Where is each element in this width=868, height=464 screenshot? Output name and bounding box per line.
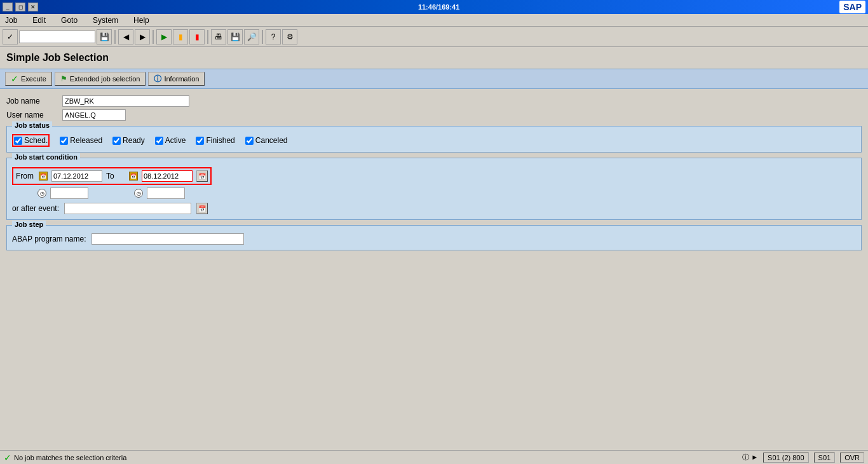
execute-icon: ✓ <box>11 74 18 84</box>
separator-1 <box>114 30 116 44</box>
from-time-input[interactable] <box>50 188 88 199</box>
released-label: Released <box>70 136 102 145</box>
to-cal-icon[interactable]: 📅 <box>129 172 138 181</box>
information-btn[interactable]: ⓘ Information <box>148 72 205 86</box>
page-title-bar: Simple Job Selection <box>0 47 868 69</box>
sched-label: Sched. <box>24 136 48 145</box>
cancel-btn[interactable]: ▮ <box>189 29 205 44</box>
menu-system[interactable]: System <box>90 15 121 26</box>
to-date-input[interactable] <box>142 170 193 182</box>
main-content: Job name User name Job status Sched. Rel… <box>0 89 868 262</box>
from-cal-icon[interactable]: 📅 <box>39 172 48 181</box>
extended-btn-label: Extended job selection <box>70 75 140 83</box>
execute-btn-label: Execute <box>21 75 46 83</box>
abap-row: ABAP program name: <box>12 233 856 245</box>
from-clock-icon: ◷ <box>37 189 46 198</box>
job-name-row: Job name <box>6 95 862 107</box>
menu-bar: Job Edit Goto System Help <box>0 14 868 27</box>
settings-btn[interactable]: ⚙ <box>282 29 297 44</box>
extended-job-btn[interactable]: ⚑ Extended job selection <box>55 72 146 86</box>
canceled-label: Canceled <box>255 136 288 145</box>
status-info1: S01 (2) 800 <box>763 453 808 463</box>
flag-icon: ⚑ <box>60 74 67 83</box>
job-start-title: Job start condition <box>12 153 80 161</box>
separator-3 <box>207 30 208 44</box>
execute-action-btn[interactable]: ✓ Execute <box>5 72 52 86</box>
finished-checkbox[interactable] <box>196 137 204 145</box>
info-icon: ⓘ <box>154 74 161 85</box>
back-btn[interactable]: ◀ <box>118 29 133 44</box>
abap-input[interactable] <box>92 233 244 245</box>
toolbar: ✓ 💾 ◀ ▶ ▶ ▮ ▮ 🖶 💾 🔎 ? ⚙ <box>0 27 868 47</box>
toolbar-input[interactable] <box>19 31 95 43</box>
status-right: ⓘ ► S01 (2) 800 S01 OVR <box>742 453 864 463</box>
to-label: To <box>106 172 125 181</box>
job-name-label: Job name <box>6 97 57 106</box>
stop-btn[interactable]: ▮ <box>173 29 188 44</box>
close-btn[interactable]: ✕ <box>28 3 38 11</box>
forward-btn[interactable]: ▶ <box>135 29 150 44</box>
job-step-group: Job step ABAP program name: <box>6 225 862 250</box>
ready-label: Ready <box>123 136 145 145</box>
page-title: Simple Job Selection <box>6 52 862 64</box>
released-checkbox-item: Released <box>60 136 102 145</box>
menu-help[interactable]: Help <box>131 15 152 26</box>
status-help-icon: ⓘ ► <box>742 453 758 462</box>
find-btn[interactable]: 🔎 <box>244 29 259 44</box>
sap-logo: SAP <box>839 1 865 13</box>
user-name-label: User name <box>6 111 57 119</box>
check-btn[interactable]: ✓ <box>3 29 18 44</box>
job-step-title: Job step <box>12 221 46 228</box>
status-info2: S01 <box>814 453 836 463</box>
active-checkbox[interactable] <box>155 137 163 145</box>
sched-checkbox-item: Sched. <box>12 134 50 147</box>
action-bar: ✓ Execute ⚑ Extended job selection ⓘ Inf… <box>0 69 868 89</box>
event-pick-btn[interactable]: 📅 <box>196 203 208 214</box>
time-row: ◷ ◷ <box>37 188 856 199</box>
abap-label: ABAP program name: <box>12 235 86 243</box>
job-name-input[interactable] <box>62 95 189 107</box>
job-status-group: Job status Sched. Released Ready Active … <box>6 126 862 153</box>
finished-label: Finished <box>206 136 234 145</box>
help-btn[interactable]: ? <box>266 29 281 44</box>
event-row: or after event: 📅 <box>12 203 856 214</box>
status-left: ✓ No job matches the selection criteria <box>4 453 126 463</box>
canceled-checkbox[interactable] <box>245 137 254 145</box>
from-label: From <box>16 172 35 181</box>
execute-btn[interactable]: ▶ <box>156 29 172 44</box>
event-input[interactable] <box>64 203 191 214</box>
sched-checkbox[interactable] <box>14 137 22 145</box>
ready-checkbox[interactable] <box>112 137 121 145</box>
menu-job[interactable]: Job <box>3 15 20 26</box>
finished-checkbox-item: Finished <box>196 136 234 145</box>
user-name-row: User name <box>6 109 862 121</box>
to-date-pick-btn[interactable]: 📅 <box>196 170 208 182</box>
job-status-checkboxes: Sched. Released Ready Active Finished Ca… <box>12 134 856 147</box>
title-bar: _ ◻ ✕ 11:46/169:41 SAP <box>0 0 868 14</box>
user-name-input[interactable] <box>62 109 126 121</box>
toolbar-save[interactable]: 💾 <box>97 29 112 44</box>
date-range-highlighted: From 📅 To 📅 📅 <box>12 167 212 185</box>
event-label: or after event: <box>12 204 59 213</box>
canceled-checkbox-item: Canceled <box>245 136 288 145</box>
separator-4 <box>262 30 263 44</box>
separator-2 <box>153 30 154 44</box>
to-clock-icon: ◷ <box>134 189 143 198</box>
minimize-btn[interactable]: _ <box>3 3 13 11</box>
status-info3: OVR <box>840 453 864 463</box>
restore-btn[interactable]: ◻ <box>15 3 25 11</box>
menu-edit[interactable]: Edit <box>30 15 48 26</box>
status-icon: ✓ <box>4 453 11 463</box>
active-checkbox-item: Active <box>155 136 186 145</box>
menu-goto[interactable]: Goto <box>58 15 80 26</box>
to-time-input[interactable] <box>147 188 185 199</box>
save-btn[interactable]: 💾 <box>227 29 243 44</box>
active-label: Active <box>165 136 186 145</box>
from-date-input[interactable] <box>51 170 102 182</box>
print-btn[interactable]: 🖶 <box>211 29 226 44</box>
released-checkbox[interactable] <box>60 137 68 145</box>
ready-checkbox-item: Ready <box>112 136 145 145</box>
status-message: No job matches the selection criteria <box>14 454 126 461</box>
title-bar-time: 11:46/169:41 <box>418 3 459 11</box>
information-btn-label: Information <box>164 75 199 83</box>
